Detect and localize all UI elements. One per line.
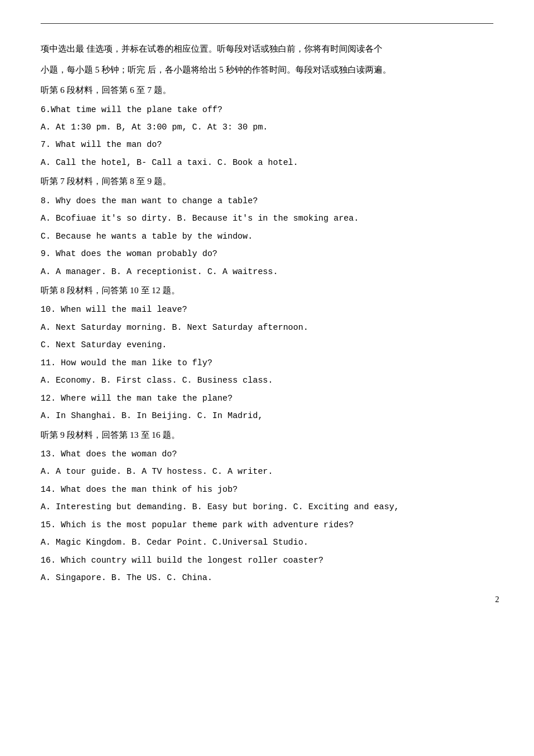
question-15-text: 15. Which is the most popular theme park… xyxy=(41,516,493,534)
question-13-text: 13. What does the woman do? xyxy=(41,445,493,463)
question-13-answer-1: A. A tour guide. B. A TV hostess. C. A w… xyxy=(41,463,493,480)
question-11-text: 11. How would the man like to fly? xyxy=(41,354,493,372)
section-header-3: 听第 8 段材料，问答第 10 至 12 题。 xyxy=(41,282,493,300)
question-15-answer-1: A. Magic Kingdom. B. Cedar Point. C.Univ… xyxy=(41,534,493,551)
question-10-answer-2: C. Next Saturday evening. xyxy=(41,336,493,354)
question-6-text: 6.What time will the plane take off? xyxy=(41,101,493,118)
content-block: 项中选出最 佳选项，并标在试卷的相应位置。听每段对话或独白前，你将有时间阅读各个… xyxy=(41,40,493,587)
question-12-answer-1: A. In Shanghai. B. In Beijing. C. In Mad… xyxy=(41,407,493,424)
top-divider xyxy=(41,23,493,24)
section-header-4: 听第 9 段材料，回答第 13 至 16 题。 xyxy=(41,426,493,445)
question-16-text: 16. Which country will build the longest… xyxy=(41,552,493,569)
question-7-answer-1: A. Call the hotel, B- Call a taxi. C. Bo… xyxy=(41,154,493,171)
question-14-answer-1: A. Interesting but demanding. B. Easy bu… xyxy=(41,498,493,516)
intro-line-2: 小题，每小题 5 秒钟；听完 后，各小题将给出 5 秒钟的作答时间。每段对话或独… xyxy=(41,61,493,80)
section-header-1: 听第 6 段材料，回答第 6 至 7 题。 xyxy=(41,81,493,100)
question-12-text: 12. Where will the man take the plane? xyxy=(41,390,493,407)
question-8-answer-2: C. Because he wants a table by the windo… xyxy=(41,228,493,245)
question-10-text: 10. When will the mail leave? xyxy=(41,301,493,318)
question-14-text: 14. What does the man think of his job? xyxy=(41,481,493,498)
question-6-answer-1: A. At 1:30 pm. B, At 3:00 pm, C. At 3: 3… xyxy=(41,118,493,136)
question-11-answer-1: A. Economy. B. First class. C. Business … xyxy=(41,372,493,389)
question-10-answer-1: A. Next Saturday morning. B. Next Saturd… xyxy=(41,319,493,336)
page-container: 项中选出最 佳选项，并标在试卷的相应位置。听每段对话或独白前，你将有时间阅读各个… xyxy=(0,0,534,622)
question-9-answer-1: A. A manager. B. A receptionist. C. A wa… xyxy=(41,263,493,280)
page-number: 2 xyxy=(495,595,499,604)
question-16-answer-1: A. Singapore. B. The US. C. China. xyxy=(41,569,493,586)
question-8-text: 8. Why does the man want to change a tab… xyxy=(41,192,493,210)
question-9-text: 9. What does the woman probably do? xyxy=(41,245,493,262)
section-header-2: 听第 7 段材料，间答第 8 至 9 题。 xyxy=(41,172,493,191)
question-7-text: 7. What will the man do? xyxy=(41,136,493,153)
question-8-answer-1: A. Bcofiuae it's so dirty. B. Because it… xyxy=(41,210,493,227)
intro-line-1: 项中选出最 佳选项，并标在试卷的相应位置。听每段对话或独白前，你将有时间阅读各个 xyxy=(41,40,493,59)
